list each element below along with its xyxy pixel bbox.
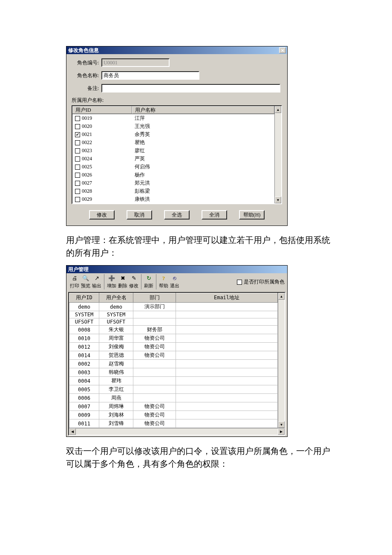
user-name: 杨作 [132,171,274,179]
checkbox[interactable] [75,197,80,202]
table-row[interactable]: 0005李卫红 [69,385,278,394]
toolbar: 🖨 打印 🔍 预览 ↗ 输出 ➕ 增加 ✖ 删除 ✎ 修改 [66,273,287,290]
list-item[interactable]: 0028彭栋梁 [72,187,274,195]
user-name: 严英 [132,155,274,162]
refresh-icon: ↻ [145,275,152,282]
checkbox[interactable] [75,148,80,153]
add-button[interactable]: ➕ 增加 [106,274,117,289]
role-name-field[interactable]: 商务员 [101,71,199,80]
checkbox[interactable] [75,189,80,194]
help-toolbar-button[interactable]: ? 帮助 [158,274,169,289]
user-name: 廖红 [132,147,274,154]
checkbox[interactable] [75,116,80,121]
table-row[interactable]: 0006周燕 [69,394,278,402]
table-row[interactable]: 0004瞿玮 [69,377,278,385]
user-listbox[interactable]: 用户ID 用户名称 0019江萍0020王光强✔0021余秀英0022瞿艳002… [72,105,282,204]
table-row[interactable]: UFSOFTUFSOFT [69,318,278,326]
help-button[interactable]: 帮助(H) [239,210,265,220]
grid-scroll-right-icon[interactable]: ▶ [278,428,285,435]
user-grid[interactable]: 用户ID 用户全名 部门 Email地址 demodemo演示部门SYSTEMS… [69,293,278,428]
help-icon: ? [160,275,167,282]
table-row[interactable]: 0011刘雪锋物资公司 [69,419,278,428]
cancel-button[interactable]: 取消 [127,210,152,220]
close-icon[interactable]: ✕ [279,47,286,53]
grid-header-id[interactable]: 用户ID [69,293,99,303]
table-row[interactable]: 0010周华富物资公司 [69,334,278,343]
list-item[interactable]: 0020王光强 [72,122,274,130]
list-item[interactable]: 0025何启伟 [72,163,274,171]
scroll-track[interactable] [275,113,281,197]
refresh-button[interactable]: ↻ 刷新 [143,274,154,289]
list-item[interactable]: ✔0021余秀英 [72,130,274,139]
dialog2-title: 用户管理 [68,266,286,273]
list-item[interactable]: 0019江萍 [72,114,274,122]
grid-header-fullname[interactable]: 用户全名 [99,293,133,303]
print-icon: 🖨 [71,275,78,282]
list-item[interactable]: 0026杨作 [72,171,274,179]
scroll-down-icon[interactable]: ▼ [275,197,281,203]
print-role-checkbox[interactable] [237,280,242,285]
user-id: 0026 [82,172,92,178]
table-row[interactable]: 0009刘海林物资公司 [69,411,278,419]
user-id: 0024 [82,156,92,162]
user-name: 王光强 [132,123,274,130]
user-id: 0019 [82,115,92,121]
user-id: 0023 [82,147,92,154]
user-name: 彭栋梁 [132,188,274,195]
grid-header-dept[interactable]: 部门 [133,293,176,303]
checkbox[interactable] [75,165,80,170]
grid-hscroll[interactable]: ◀ ▶ [69,428,285,435]
user-id: 0027 [82,180,92,186]
select-all-button[interactable]: 全选 [164,210,190,220]
checkbox[interactable] [75,173,80,178]
user-id: 0022 [82,139,92,146]
user-name: 江萍 [132,115,274,122]
role-name-label: 角色名称: [69,72,99,79]
user-id: 0029 [82,196,92,202]
deselect-all-button[interactable]: 全消 [202,210,227,220]
user-management-dialog: 用户管理 🖨 打印 🔍 预览 ↗ 输出 ➕ 增加 ✖ 删除 [66,265,288,437]
table-row[interactable]: demodemo演示部门 [69,303,278,311]
checkbox[interactable] [75,140,80,145]
table-row[interactable]: 0008朱大银财务部 [69,326,278,334]
modify-toolbar-button[interactable]: ✎ 修改 [128,274,139,289]
grid-scroll-down-icon[interactable]: ▼ [278,421,285,428]
table-row[interactable]: 0007周炜琳物资公司 [69,402,278,411]
remark-label: 备注: [69,85,99,92]
preview-button[interactable]: 🔍 预览 [80,274,91,289]
export-button[interactable]: ↗ 输出 [91,274,102,289]
user-name: 余秀英 [132,131,274,138]
checkbox[interactable] [75,156,80,162]
exit-button[interactable]: ⎋ 退出 [169,274,180,289]
grid-vscroll[interactable]: ▲ ▼ [278,293,285,428]
vertical-scrollbar[interactable]: ▲ ▼ [274,106,281,203]
table-row[interactable]: 0003韩晓伟 [69,368,278,377]
remark-field[interactable] [101,84,280,92]
list-item[interactable]: 0022瞿艳 [72,139,274,147]
list-item[interactable]: 0029康铁洪 [72,195,274,203]
delete-button[interactable]: ✖ 删除 [117,274,128,289]
grid-header-email[interactable]: Email地址 [176,293,278,303]
modify-button[interactable]: 修改 [89,210,115,220]
modify-role-dialog: 修改角色信息 ✕ 角色编号: U0001 角色名称: 商务员 备注: 所属用户名… [66,46,288,226]
grid-scroll-up-icon[interactable]: ▲ [278,293,285,300]
grid-scroll-left-icon[interactable]: ◀ [69,428,76,435]
titlebar-2[interactable]: 用户管理 [66,266,287,273]
checkbox[interactable]: ✔ [75,132,80,137]
scroll-up-icon[interactable]: ▲ [275,106,281,113]
table-row[interactable]: 0012刘俊梅物资公司 [69,343,278,351]
titlebar[interactable]: 修改角色信息 ✕ [66,46,287,54]
print-button[interactable]: 🖨 打印 [69,274,80,289]
table-row[interactable]: 0014贺恩德物资公司 [69,351,278,360]
list-header-id[interactable]: 用户ID [72,106,132,114]
checkbox[interactable] [75,124,80,129]
list-item[interactable]: 0024严英 [72,155,274,163]
checkbox[interactable] [75,181,80,186]
print-role-label: 是否打印所属角色 [244,278,285,286]
list-header-name[interactable]: 用户名称 [132,106,274,114]
list-item[interactable]: 0023廖红 [72,147,274,155]
list-item[interactable]: 0027郑元洪 [72,179,274,187]
table-row[interactable]: 0002赵雪梅 [69,360,278,368]
table-row[interactable]: SYSTEMSYSTEM [69,311,278,318]
modify-icon: ✎ [130,275,137,282]
